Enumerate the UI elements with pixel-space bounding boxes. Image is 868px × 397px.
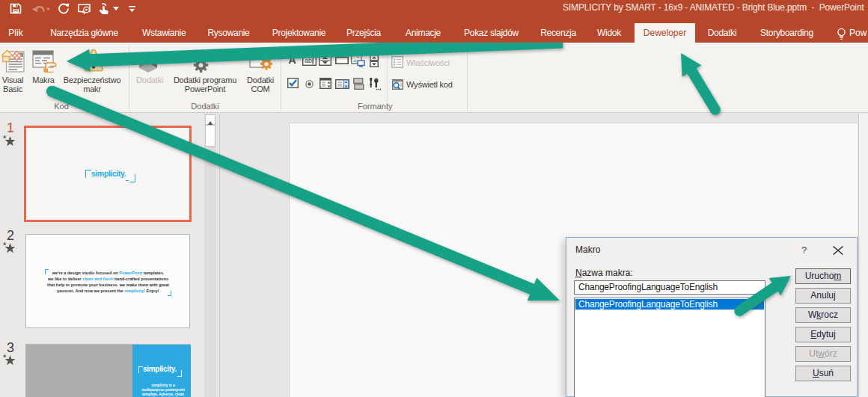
svg-text:ab: ab — [305, 57, 312, 64]
